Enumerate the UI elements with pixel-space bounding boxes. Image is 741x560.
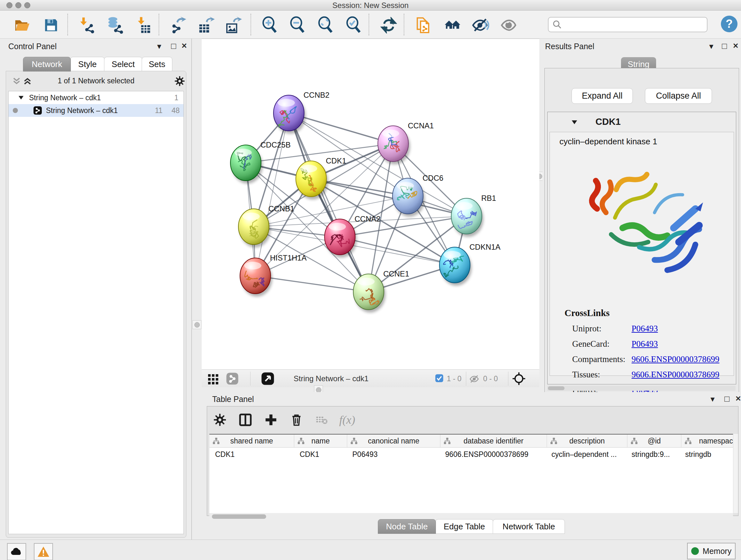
panel-menu-icon[interactable]: ▼ [156, 43, 163, 51]
show-results-eye-icon[interactable] [500, 16, 518, 34]
tree-expander-icon[interactable] [17, 94, 24, 101]
column-header-namespace[interactable]: namespace [681, 435, 733, 447]
network-node-CCNE1[interactable]: CCNE1 [353, 269, 409, 313]
table-cell[interactable]: stringdb [679, 448, 733, 461]
detach-view-icon[interactable] [261, 372, 274, 387]
table-vertical-scrollbar[interactable] [733, 434, 738, 513]
collapse-all-button[interactable]: Collapse All [645, 88, 712, 104]
crosslink-link[interactable]: P06493 [631, 339, 658, 349]
network-node-CDC25B[interactable]: CDC25B [230, 140, 291, 184]
table-cell[interactable]: P06493 [347, 448, 440, 461]
panel-float-icon[interactable]: □ [171, 41, 176, 51]
show-columns-icon[interactable] [237, 412, 254, 428]
status-bar: Memory [0, 540, 741, 560]
cloud-status-button[interactable] [7, 543, 26, 560]
birdseye-crosshair-icon[interactable] [512, 372, 526, 387]
zoom-selected-icon[interactable] [345, 16, 362, 34]
network-row[interactable]: String Network – cdk1 11 48 [9, 104, 184, 117]
expand-all-button[interactable]: Expand All [571, 88, 633, 104]
export-image-icon[interactable] [224, 16, 242, 34]
open-session-icon[interactable] [13, 16, 31, 34]
hidden-eye-icon[interactable] [469, 374, 479, 385]
network-node-CCNB2[interactable]: CCNB2 [273, 91, 329, 134]
network-node-CCNB1[interactable]: CCNB1 [239, 204, 294, 247]
node-label: CDC6 [422, 174, 443, 182]
panel-menu-icon[interactable]: ▼ [708, 43, 715, 51]
crosslink-link[interactable]: 9606.ENSP00000378699 [631, 370, 719, 380]
left-splitter[interactable] [192, 39, 202, 540]
panel-close-icon[interactable]: ✕ [181, 42, 187, 50]
network-node-RB1[interactable]: RB1 [451, 194, 496, 237]
network-node-CCNA2[interactable]: CCNA2 [325, 214, 381, 258]
panel-menu-icon[interactable]: ▼ [709, 395, 716, 403]
panel-close-icon[interactable]: ✕ [733, 42, 738, 50]
gene-section-header[interactable]: CDK1 [548, 112, 736, 132]
tab-edge-table[interactable]: Edge Table [435, 519, 493, 534]
import-table-icon[interactable] [135, 16, 152, 34]
export-table-icon[interactable] [197, 16, 215, 34]
selected-checkbox-icon[interactable] [435, 374, 444, 384]
delete-table-icon[interactable] [314, 412, 330, 428]
import-network-icon[interactable] [78, 16, 96, 34]
network-collection-row[interactable]: String Network – cdk1 1 [9, 91, 184, 104]
import-network-database-icon[interactable] [106, 16, 124, 34]
string-home-icon[interactable] [444, 16, 461, 34]
grid-view-icon[interactable] [207, 373, 219, 386]
table-cell[interactable]: 9606.ENSP00000378699 [440, 448, 546, 461]
left-splitter-handle[interactable] [192, 320, 201, 329]
column-header-name[interactable]: name [294, 435, 347, 447]
add-column-icon[interactable] [263, 412, 279, 428]
network-node-CDK1[interactable]: CDK1 [296, 157, 346, 199]
results-scrollbar[interactable] [547, 386, 736, 391]
string-settings-icon[interactable] [471, 16, 489, 34]
right-splitter[interactable] [539, 39, 542, 387]
tab-network-table[interactable]: Network Table [493, 519, 565, 534]
refresh-icon[interactable] [380, 16, 398, 34]
tab-style[interactable]: Style [70, 57, 105, 71]
help-button[interactable]: ? [721, 16, 738, 32]
panel-close-icon[interactable]: ✕ [735, 395, 741, 403]
zoom-fit-icon[interactable] [317, 16, 334, 34]
memory-button[interactable]: Memory [687, 543, 736, 559]
column-header--id[interactable]: @id [627, 435, 681, 447]
table-row[interactable]: CDK1CDK1P064939606.ENSP00000378699cyclin… [209, 448, 733, 461]
section-collapse-icon[interactable] [570, 118, 578, 126]
hidden-counter: 0 - 0 [483, 374, 498, 383]
save-session-icon[interactable] [42, 16, 60, 34]
warning-status-button[interactable] [34, 543, 53, 560]
table-cell[interactable]: CDK1 [294, 448, 347, 461]
network-options-gear-icon[interactable] [174, 75, 185, 87]
column-header-shared-name[interactable]: shared name [209, 435, 294, 447]
tab-node-table[interactable]: Node Table [378, 519, 436, 534]
crosslink-link[interactable]: P06493 [631, 324, 658, 334]
network-node-CDKN1A[interactable]: CDKN1A [440, 243, 500, 286]
search-input[interactable] [562, 20, 707, 29]
network-view-type-icon[interactable] [226, 372, 239, 386]
table-cell[interactable]: stringdb:9... [626, 448, 679, 461]
panel-float-icon[interactable]: □ [722, 41, 727, 51]
column-header-canonical-name[interactable]: canonical name [347, 435, 441, 447]
zoom-out-icon[interactable] [288, 16, 307, 34]
export-network-icon[interactable] [169, 16, 187, 34]
network-canvas[interactable]: CCNB2CCNA1CDC25BCDK1CDC6RB1CCNB1CCNA2CDK… [202, 39, 539, 370]
delete-column-trash-icon[interactable] [288, 412, 305, 428]
title-bar: Session: New Session [0, 0, 741, 10]
table-cell[interactable]: cyclin–dependent ... [546, 448, 626, 461]
tab-network[interactable]: Network [23, 57, 71, 71]
tab-sets[interactable]: Sets [142, 57, 172, 71]
network-node-CDC6[interactable]: CDC6 [393, 174, 443, 217]
tab-select[interactable]: Select [104, 57, 142, 71]
network-node-HIST1H1A[interactable]: HIST1H1A [240, 253, 307, 297]
panel-float-icon[interactable]: □ [724, 394, 730, 404]
function-builder-icon[interactable]: f(x) [339, 413, 355, 427]
viewbar-separator [250, 372, 251, 386]
table-cell[interactable]: CDK1 [209, 448, 294, 461]
gene-details: cyclin–dependent kinase 1 [549, 132, 734, 376]
zoom-in-icon[interactable] [261, 16, 279, 34]
crosslink-link[interactable]: 9606.ENSP00000378699 [631, 354, 719, 364]
column-header-description[interactable]: description [547, 435, 627, 447]
network-node-CCNA1[interactable]: CCNA1 [378, 121, 434, 165]
column-header-database-identifier[interactable]: database identifier [441, 435, 547, 447]
table-options-gear-icon[interactable] [212, 412, 228, 428]
string-protein-query-icon[interactable] [415, 16, 433, 34]
